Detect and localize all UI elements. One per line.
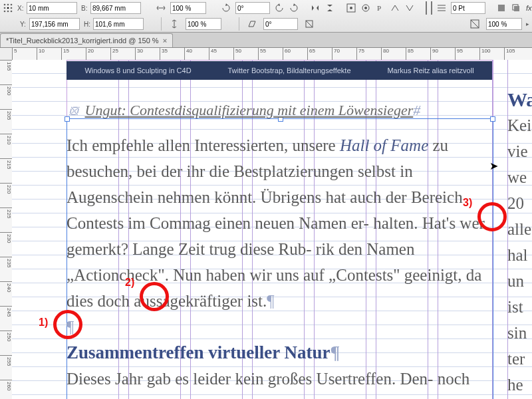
rotate-icon [221,1,231,15]
right-column-text: Wa Keiviewe20allehalunistsinterhe [507,86,532,398]
h-ruler-tick: 25 [110,48,118,60]
svg-point-3 [4,7,6,9]
vertical-ruler[interactable]: 1952002052102152202252302352402452502552… [0,60,13,399]
svg-point-12 [350,7,352,9]
horizontal-ruler[interactable]: 5101520253035404550556065707580859095100… [12,48,532,61]
close-tab-icon[interactable]: × [163,37,167,45]
right-col-line: alle [507,216,532,242]
heading-2-text: Zusammentreffen virtueller Natur [66,342,330,362]
paragraph-style-icon[interactable]: P [375,1,386,15]
h-ruler-tick: 45 [209,48,217,60]
rotate-ccw-icon[interactable] [274,1,285,15]
scale-y-input[interactable] [186,18,221,30]
document-tab[interactable]: *Titel_Rueckblick2013_korrigiert.indd @ … [0,33,173,47]
hyperlink-hall-of-fame[interactable]: Hall of Fame [340,136,428,154]
height-label: H: [84,21,92,28]
pilcrow-icon: ¶ [330,342,340,362]
width-input[interactable] [90,2,141,14]
empty-paragraph: ¶ [66,314,492,340]
page-canvas[interactable]: Windows 8 und Sculpting in C4D Twitter B… [12,60,532,399]
opacity-dropdown-icon[interactable]: ▸ [526,21,529,27]
x-input[interactable] [27,2,77,14]
svg-point-8 [11,11,13,13]
opacity-input[interactable] [486,18,522,30]
svg-point-5 [11,7,13,9]
scale-x-input[interactable] [170,2,206,14]
effects-apply-icon[interactable] [496,1,507,15]
v-ruler-tick: 235 [0,257,12,267]
stroke-weight-input[interactable] [451,2,485,14]
rotate-input[interactable] [235,2,270,14]
right-col-line: he [507,372,532,398]
caption-text: Ungut: Contestdisqualifizierung mit eine… [85,102,414,118]
svg-point-7 [7,11,9,13]
x-field: X: [17,2,77,14]
shear-input[interactable] [263,18,298,30]
select-prev-icon[interactable] [390,1,400,15]
y-field: Y: [20,18,80,30]
h-ruler-tick: 85 [406,48,414,60]
svg-point-0 [4,4,6,6]
v-ruler-tick: 230 [0,232,12,243]
v-ruler-tick: 200 [0,84,12,95]
fill-swatch[interactable] [426,1,427,15]
opacity-icon [467,17,482,31]
svg-rect-16 [498,5,505,11]
h-ruler-tick: 10 [37,48,45,60]
h-ruler-tick: 100 [479,48,490,60]
drop-shadow-icon[interactable] [511,1,521,15]
rotate-cw-icon[interactable] [289,1,299,15]
svg-point-2 [11,4,13,6]
v-ruler-tick: 245 [0,306,12,317]
right-col-line: vie [507,138,532,164]
width-label: B: [81,5,89,12]
h-ruler-tick: 80 [381,48,389,60]
workspace: 5101520253035404550556065707580859095100… [0,48,532,399]
stroke-weight-icon [436,1,447,15]
right-col-line: un [507,268,532,294]
v-ruler-tick: 250 [0,331,12,341]
fx-icon[interactable]: fx▾ [525,1,532,15]
header-center: Twitter Bootstrap, Bildalterungseffekte [227,66,350,74]
v-ruler-tick: 210 [0,134,12,144]
svg-point-6 [4,11,6,13]
h-ruler-tick: 15 [61,48,69,60]
select-container-icon[interactable] [346,1,356,15]
heading-2: Zusammentreffen virtueller Natur¶ [66,340,492,366]
height-input[interactable] [93,18,144,30]
flip-vertical-icon[interactable] [325,1,335,15]
y-input[interactable] [29,18,80,30]
annotation-label-1: 1) [39,317,48,329]
svg-text:P: P [377,4,381,12]
shear-icon [245,17,259,31]
reference-point-proxy[interactable] [3,1,13,15]
right-col-line: ist [507,294,532,320]
svg-rect-18 [514,6,519,11]
header-right: Markus Reitz alias reitzvoll [387,66,473,74]
right-col-line: we [507,164,532,190]
h-ruler-tick: 35 [160,48,168,60]
select-content-icon[interactable] [360,1,371,15]
stroke-swatch[interactable] [431,1,432,15]
end-of-story-marker: # [413,102,420,118]
para1-part-a: Ich empfehle allen Interessierten, unser… [66,136,340,154]
y-label: Y: [20,21,28,28]
h-ruler-tick: 60 [283,48,291,60]
annotation-circle-2 [140,282,169,311]
anchored-object-icon: ⦻ [66,102,81,118]
clear-transform-icon[interactable] [302,17,317,31]
x-label: X: [17,5,25,12]
ruler-origin[interactable] [0,48,13,61]
right-col-line: ter [507,346,532,372]
select-next-icon[interactable] [404,1,415,15]
svg-point-4 [7,7,9,9]
body-text-frame[interactable]: ⦻ Ungut: Contestdisqualifizierung mit ei… [66,97,492,399]
right-col-line: sin [507,320,532,346]
page-header-bar: Windows 8 und Sculpting in C4D Twitter B… [66,61,492,80]
v-ruler-tick: 205 [0,109,12,120]
v-ruler-tick: 215 [0,158,12,169]
h-ruler-tick: 55 [258,48,266,60]
image-caption: ⦻ Ungut: Contestdisqualifizierung mit ei… [66,97,492,123]
flip-horizontal-icon[interactable] [310,1,321,15]
h-ruler-tick: 105 [504,48,515,60]
